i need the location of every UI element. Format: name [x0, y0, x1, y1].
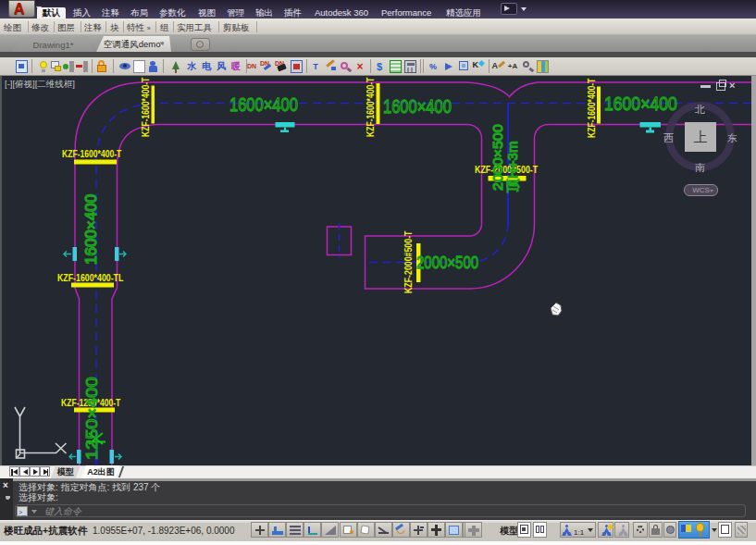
- svg-text:1600×400: 1600×400: [383, 95, 452, 117]
- svg-text:KZF-1600*400-T: KZF-1600*400-T: [365, 78, 376, 137]
- svg-text:1600×400: 1600×400: [604, 93, 677, 114]
- svg-text:2000×500: 2000×500: [490, 124, 505, 191]
- svg-text:1600×400: 1600×400: [82, 194, 98, 265]
- svg-text:1250×400: 1250×400: [83, 377, 100, 460]
- svg-text:KZF-1600*400-T: KZF-1600*400-T: [62, 148, 121, 159]
- svg-text:KZF-1600*400-TL: KZF-1600*400-TL: [57, 272, 123, 283]
- svg-text:2000×500: 2000×500: [416, 253, 478, 272]
- svg-text:KZF-2000#500-T: KZF-2000#500-T: [403, 231, 414, 293]
- svg-text:KZF-1600*400-T: KZF-1600*400-T: [140, 78, 151, 137]
- svg-text:1600×400: 1600×400: [229, 93, 298, 115]
- svg-text:KZF-1600*400-T: KZF-1600*400-T: [586, 79, 597, 138]
- svg-text:顶H+3m: 顶H+3m: [504, 142, 520, 192]
